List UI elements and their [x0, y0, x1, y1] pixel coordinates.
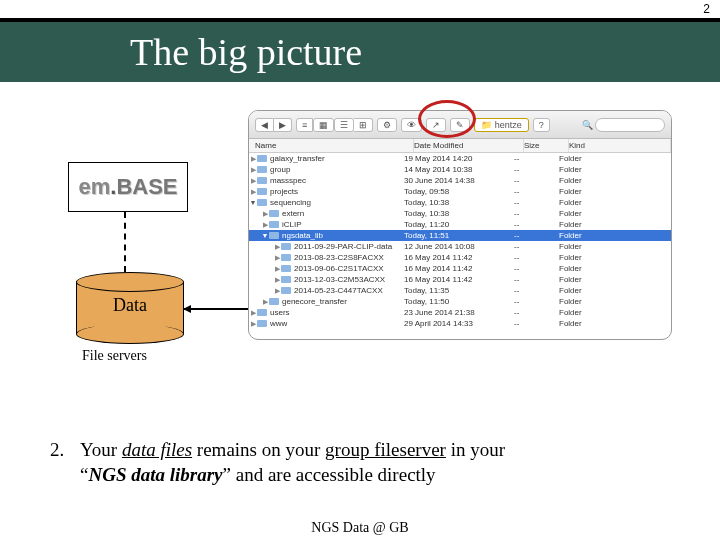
table-row[interactable]: ▶group14 May 2014 10:38--Folder: [249, 164, 671, 175]
col-name[interactable]: Name: [249, 139, 414, 152]
table-row[interactable]: ▶galaxy_transfer19 May 2014 14:20--Folde…: [249, 153, 671, 164]
table-row[interactable]: ▶externToday, 10:38--Folder: [249, 208, 671, 219]
folder-icon: [269, 221, 279, 228]
folder-icon: [269, 210, 279, 217]
title-bar: The big picture: [0, 22, 720, 82]
folder-icon: [269, 232, 279, 239]
disclosure-triangle-icon[interactable]: ▶: [249, 155, 257, 163]
disclosure-triangle-icon[interactable]: ▶: [249, 177, 257, 185]
view-list-button[interactable]: ▦: [313, 118, 334, 132]
data-cyl-label: Data: [113, 295, 147, 316]
table-row[interactable]: ▶2013-08-23-C2S8FACXX16 May 2014 11:42--…: [249, 252, 671, 263]
view-cover-button[interactable]: ⊞: [354, 118, 373, 132]
disclosure-triangle-icon[interactable]: ▶: [273, 243, 281, 251]
folder-icon: [281, 265, 291, 272]
embase-block: em.BASE: [68, 162, 188, 212]
table-row[interactable]: ▶www29 April 2014 14:33--Folder: [249, 318, 671, 329]
disclosure-triangle-icon[interactable]: ▶: [249, 309, 257, 317]
folder-icon: [257, 309, 267, 316]
view-buttons: ≡ ▦ ☰ ⊞: [296, 118, 373, 132]
table-row[interactable]: ▶2014-05-23-C447TACXXToday, 11:35--Folde…: [249, 285, 671, 296]
table-row[interactable]: ▶iCLIPToday, 11:20--Folder: [249, 219, 671, 230]
folder-icon: [281, 287, 291, 294]
forward-button[interactable]: ▶: [274, 118, 292, 132]
table-row[interactable]: ▶massspec30 June 2014 14:38--Folder: [249, 175, 671, 186]
folder-icon: [257, 166, 267, 173]
folder-icon: [269, 298, 279, 305]
arrow-connector: [184, 308, 249, 310]
table-row[interactable]: ▶2011-09-29-PAR-CLIP-data12 June 2014 10…: [249, 241, 671, 252]
dashed-connector: [124, 212, 126, 272]
search-box: 🔍: [582, 118, 665, 132]
folder-icon: [257, 199, 267, 206]
table-row[interactable]: ▶projectsToday, 09:58--Folder: [249, 186, 671, 197]
disclosure-triangle-icon[interactable]: ▼: [261, 232, 269, 239]
folder-icon: [281, 276, 291, 283]
action-button[interactable]: ⚙: [377, 118, 397, 132]
footer: NGS Data @ GB: [0, 520, 720, 536]
table-row[interactable]: ▶2013-09-06-C2S1TACXX16 May 2014 11:42--…: [249, 263, 671, 274]
disclosure-triangle-icon[interactable]: ▶: [273, 254, 281, 262]
folder-icon: [281, 254, 291, 261]
data-cylinder: Data: [76, 272, 184, 344]
folder-icon: [257, 320, 267, 327]
slide-title: The big picture: [130, 30, 362, 74]
column-header: Name Date Modified Size Kind: [249, 139, 671, 153]
body-text: 2.Your data files remains on your group …: [50, 438, 680, 487]
disclosure-triangle-icon[interactable]: ▶: [273, 276, 281, 284]
disclosure-triangle-icon[interactable]: ▼: [249, 199, 257, 206]
col-size[interactable]: Size: [524, 139, 569, 152]
disclosure-triangle-icon[interactable]: ▶: [249, 188, 257, 196]
red-highlight-circle: [418, 100, 476, 138]
page-number: 2: [703, 2, 710, 16]
col-date[interactable]: Date Modified: [414, 139, 524, 152]
search-input[interactable]: [595, 118, 665, 132]
table-row[interactable]: ▼sequencingToday, 10:38--Folder: [249, 197, 671, 208]
disclosure-triangle-icon[interactable]: ▶: [261, 298, 269, 306]
file-servers-label: File servers: [82, 348, 147, 364]
back-button[interactable]: ◀: [255, 118, 274, 132]
disclosure-triangle-icon[interactable]: ▶: [261, 210, 269, 218]
table-row[interactable]: ▶2013-12-03-C2M53ACXX16 May 2014 11:42--…: [249, 274, 671, 285]
table-row[interactable]: ▼ngsdata_libToday, 11:51--Folder: [249, 230, 671, 241]
nav-buttons: ◀ ▶: [255, 118, 292, 132]
folder-icon: [257, 188, 267, 195]
embase-text: em.BASE: [78, 174, 177, 200]
disclosure-triangle-icon[interactable]: ▶: [249, 166, 257, 174]
finder-window: ◀ ▶ ≡ ▦ ☰ ⊞ ⚙ 👁 ↗ ✎ 📁 hentze ? 🔍 Name Da…: [248, 110, 672, 340]
folder-icon: [257, 177, 267, 184]
disclosure-triangle-icon[interactable]: ▶: [273, 287, 281, 295]
folder-icon: [281, 243, 291, 250]
table-row[interactable]: ▶users23 June 2014 21:38--Folder: [249, 307, 671, 318]
view-icon-button[interactable]: ≡: [296, 118, 313, 132]
col-kind[interactable]: Kind: [569, 139, 671, 152]
finder-body: ▶galaxy_transfer19 May 2014 14:20--Folde…: [249, 153, 671, 329]
help-button[interactable]: ?: [533, 118, 550, 132]
table-row[interactable]: ▶genecore_transferToday, 11:50--Folder: [249, 296, 671, 307]
disclosure-triangle-icon[interactable]: ▶: [249, 320, 257, 328]
folder-chip[interactable]: 📁 hentze: [474, 118, 529, 132]
disclosure-triangle-icon[interactable]: ▶: [273, 265, 281, 273]
disclosure-triangle-icon[interactable]: ▶: [261, 221, 269, 229]
view-column-button[interactable]: ☰: [334, 118, 354, 132]
folder-icon: [257, 155, 267, 162]
search-icon: 🔍: [582, 120, 593, 130]
